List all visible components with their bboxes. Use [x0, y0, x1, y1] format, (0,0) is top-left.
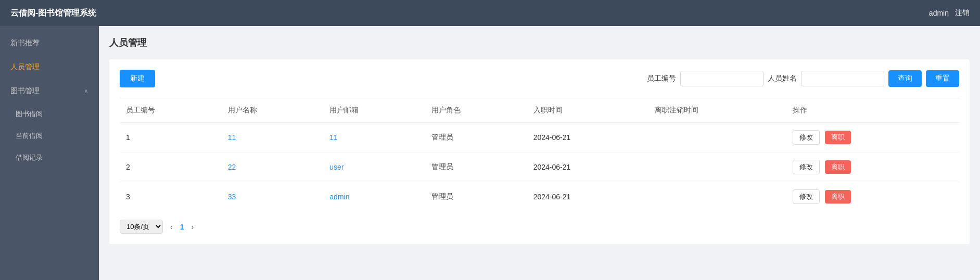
header-right: admin 注销	[929, 8, 970, 18]
cell-actions: 修改 离职	[786, 152, 959, 182]
cell-email: 11	[323, 123, 425, 152]
col-entry-time: 入职时间	[527, 98, 649, 123]
data-table: 员工编号 用户名称 用户邮箱 用户角色 入职时间 离职注销时间 操作 1 11 …	[120, 98, 959, 211]
table-row: 2 22 user 管理员 2024-06-21 修改 离职	[120, 152, 959, 182]
cell-username: 11	[222, 123, 324, 152]
reset-button[interactable]: 重置	[926, 70, 959, 87]
cell-role: 管理员	[425, 182, 527, 212]
prev-page-button[interactable]: ‹	[167, 222, 176, 232]
cell-resign-time	[648, 123, 786, 152]
cell-resign-time	[648, 152, 786, 182]
resign-button[interactable]: 离职	[825, 190, 851, 203]
employee-id-input[interactable]	[680, 71, 763, 86]
cell-actions: 修改 离职	[786, 123, 959, 152]
main-content: 人员管理 新建 员工编号 人员姓名 查询 重置 员工编号	[99, 26, 980, 280]
page-title: 人员管理	[109, 36, 970, 49]
resign-button[interactable]: 离职	[825, 160, 851, 174]
employee-id-label: 员工编号	[647, 74, 676, 83]
current-page: 1	[180, 223, 184, 231]
sidebar-item-book-mgmt[interactable]: 图书管理 ∧	[0, 79, 99, 103]
edit-button[interactable]: 修改	[793, 160, 820, 174]
cell-username: 22	[222, 152, 324, 182]
chevron-up-icon: ∧	[84, 87, 88, 95]
toolbar: 新建 员工编号 人员姓名 查询 重置	[120, 70, 959, 87]
app-title: 云借阅-图书馆管理系统	[10, 8, 96, 19]
sidebar-item-person-mgmt[interactable]: 人员管理	[0, 55, 99, 79]
cell-actions: 修改 离职	[786, 182, 959, 212]
person-name-label: 人员姓名	[768, 74, 797, 83]
col-employee-id: 员工编号	[120, 98, 222, 123]
col-email: 用户邮箱	[323, 98, 425, 123]
col-role: 用户角色	[425, 98, 527, 123]
table-header: 员工编号 用户名称 用户邮箱 用户角色 入职时间 离职注销时间 操作	[120, 98, 959, 123]
person-name-input[interactable]	[801, 71, 884, 86]
cell-employee-id: 1	[120, 123, 222, 152]
query-button[interactable]: 查询	[888, 70, 922, 87]
cell-entry-time: 2024-06-21	[527, 182, 649, 212]
layout: 新书推荐 人员管理 图书管理 ∧ 图书借阅 当前借阅 借阅记录 人员管理 新建 …	[0, 26, 980, 280]
col-actions: 操作	[786, 98, 959, 123]
table-body: 1 11 11 管理员 2024-06-21 修改 离职 2 22 user 管…	[120, 123, 959, 212]
username-label: admin	[929, 9, 949, 17]
sidebar: 新书推荐 人员管理 图书管理 ∧ 图书借阅 当前借阅 借阅记录	[0, 26, 99, 280]
pagination: 10条/页 20条/页 50条/页 ‹ 1 ›	[120, 220, 959, 234]
sidebar-item-new-books[interactable]: 新书推荐	[0, 31, 99, 55]
edit-button[interactable]: 修改	[793, 130, 820, 145]
logout-button[interactable]: 注销	[955, 8, 970, 18]
sidebar-item-borrow-records[interactable]: 借阅记录	[0, 147, 99, 169]
search-group: 员工编号 人员姓名 查询 重置	[647, 70, 959, 87]
content-card: 新建 员工编号 人员姓名 查询 重置 员工编号 用户名称 用户邮箱	[109, 59, 970, 244]
sidebar-item-current-borrow[interactable]: 当前借阅	[0, 125, 99, 147]
cell-email: user	[323, 152, 425, 182]
cell-entry-time: 2024-06-21	[527, 152, 649, 182]
page-size-select[interactable]: 10条/页 20条/页 50条/页	[120, 220, 163, 234]
col-username: 用户名称	[222, 98, 324, 123]
cell-employee-id: 2	[120, 152, 222, 182]
cell-employee-id: 3	[120, 182, 222, 212]
new-button[interactable]: 新建	[120, 70, 155, 87]
sidebar-item-book-borrow[interactable]: 图书借阅	[0, 103, 99, 125]
edit-button[interactable]: 修改	[793, 189, 820, 204]
resign-button[interactable]: 离职	[825, 131, 851, 144]
col-resign-time: 离职注销时间	[648, 98, 786, 123]
cell-entry-time: 2024-06-21	[527, 123, 649, 152]
cell-role: 管理员	[425, 152, 527, 182]
cell-resign-time	[648, 182, 786, 212]
cell-username: 33	[222, 182, 324, 212]
table-row: 3 33 admin 管理员 2024-06-21 修改 离职	[120, 182, 959, 212]
cell-role: 管理员	[425, 123, 527, 152]
next-page-button[interactable]: ›	[188, 222, 197, 232]
header: 云借阅-图书馆管理系统 admin 注销	[0, 0, 980, 26]
table-row: 1 11 11 管理员 2024-06-21 修改 离职	[120, 123, 959, 152]
cell-email: admin	[323, 182, 425, 212]
